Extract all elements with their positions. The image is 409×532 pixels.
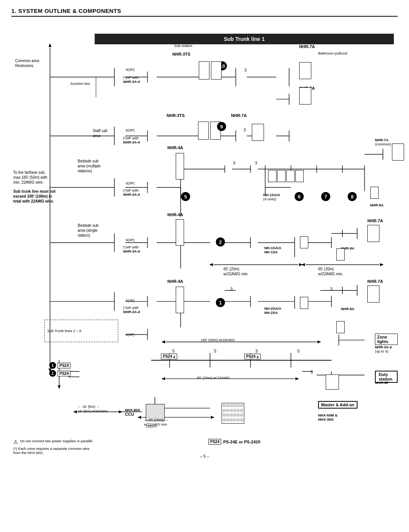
bedside-sub-multiple-label: Bedside subarea (multiplestations) xyxy=(78,159,101,173)
circle-5: 5 xyxy=(181,192,190,201)
ps24-box-2: PS24 ⏚ xyxy=(244,354,261,359)
svg-marker-100 xyxy=(161,377,165,380)
svg-marker-90 xyxy=(161,340,165,343)
num5-a: 5 xyxy=(172,349,175,353)
nh1sa-4units-label: NH-1SA/A (4 units) xyxy=(263,193,280,201)
nh1sa-device-3 xyxy=(286,170,295,182)
dist-65-main-label: 65' (20m) w/ 22AWG xyxy=(197,375,230,380)
6p3-row3: 6(3P) xyxy=(126,181,134,185)
nh1sa-single-label: NH-1SA/A NH-1SA xyxy=(264,246,281,254)
nh1sa-device-1 xyxy=(268,170,276,182)
nhx50m-device xyxy=(222,403,244,424)
nhr3ts-device-1 xyxy=(199,61,222,80)
circle-8: 8 xyxy=(348,192,357,201)
svg-marker-112 xyxy=(119,410,123,413)
svg-marker-91 xyxy=(317,340,321,343)
nhx50m-label: NHX-50M & NHX-30G xyxy=(318,413,337,421)
ps24-left-1: 1 PS24 xyxy=(49,362,70,369)
panel-unit-3 xyxy=(198,122,209,140)
6p3-row4: 6(3P) xyxy=(126,237,134,242)
nh1sa-device-2 xyxy=(277,170,286,182)
dist-165-label: 165' (50m) w/18AWG xyxy=(201,337,235,342)
circle-1: 1 xyxy=(216,298,225,307)
bathroom-pullcord-label: Bathroom pullcord xyxy=(318,51,347,55)
num3-row2: 3 xyxy=(244,128,246,132)
nhr7a-bottom-label: NHR-7A xyxy=(367,279,383,284)
nhx80x-label: NHX-80X CCU xyxy=(125,408,140,417)
num3-row3a: 3 xyxy=(233,161,235,165)
nhr4a-row2-label: NHR-4A xyxy=(167,145,183,150)
nhr4a-device-single xyxy=(176,219,184,246)
common-area-label: Common areaRestrooms xyxy=(15,58,39,68)
num5-d: 5 xyxy=(297,349,300,353)
diagram-svg xyxy=(11,22,398,507)
nhr3a4-zone-label: NHR-3A-4 (up to 4) xyxy=(375,345,392,353)
svg-marker-63 xyxy=(209,263,213,266)
circle-6: 6 xyxy=(295,192,304,201)
sub-trunk-banner: Sub Trunk line 1 xyxy=(95,34,394,44)
sub-trunk-note-label: Sub trunk line must notexceed 330' (100m… xyxy=(13,189,76,204)
nhr7a-device-2b xyxy=(252,124,264,141)
svg-marker-66 xyxy=(301,263,305,266)
page-title: 1. SYSTEM OUTLINE & COMPONENTS xyxy=(11,8,398,17)
nhr7a-single-label: NHR-7A xyxy=(367,218,383,223)
sub-station-label: Sub station xyxy=(174,43,192,48)
dist-65-1-label: 65' (20m)w/22AWG min. xyxy=(223,267,248,276)
dist-16ft-label: ← 16' (5m) → 16' (5m) w/18AWG xyxy=(78,404,108,413)
6p3-row5: 6(3P) xyxy=(126,298,134,303)
nhr7a-common-label: NHR-7A (common) xyxy=(375,138,391,146)
nhr7a-device-1 xyxy=(299,62,311,79)
num3-bottom-b: 3 xyxy=(330,287,333,291)
circle-2: 2 xyxy=(216,237,225,246)
nhr3ts-top-label: NHR-3TS xyxy=(172,52,190,56)
nhr4a-device-bottom xyxy=(176,287,184,313)
4p-nhr3a4-row2: (*)4P with NHR-3A-4 xyxy=(123,136,140,144)
staff-call-area-label: Staff callarea xyxy=(93,128,107,138)
circle-9: 9 xyxy=(217,122,226,131)
nhr7a-top-label: NHR-7A xyxy=(299,44,315,49)
nh1sa-device-4 xyxy=(295,170,304,182)
nh2sa-device xyxy=(300,297,308,309)
ps24-left-box-2: PS24 xyxy=(58,371,70,376)
nhr7a-row2b-label: NHR-7A xyxy=(231,113,247,118)
nhr8a-device-single xyxy=(336,248,345,261)
nhr3ts-row2-label: NHR-3TS xyxy=(167,113,185,118)
ps24-box-1: PS24 ⏚ xyxy=(161,354,177,359)
circle-7: 7 xyxy=(321,192,330,201)
nhr-sp-label: NHR-SP xyxy=(375,380,389,385)
num3-row1: 3 xyxy=(244,68,247,72)
svg-marker-115 xyxy=(211,416,215,419)
nhr8a-bottom-label: NHR-8A xyxy=(341,306,354,311)
nhr4a-bottom-label: NHR-4A xyxy=(167,279,183,284)
nh1sa-device-single xyxy=(300,236,308,248)
4p-nhr3a4-row3: (*)4P with NHR-3A-4 xyxy=(123,188,140,197)
nhr7a-device-single xyxy=(367,225,379,242)
to-farthest-label: To the farthest sub,max.165' (50m) withm… xyxy=(13,170,76,185)
diagram-area: Sub Trunk line 1 Sub station NHR-7A NHR-… xyxy=(11,22,398,507)
nhr4a-single-label: NHR-4A xyxy=(167,212,183,217)
nhr8a-device-bottom xyxy=(336,321,345,333)
nhr7a-device-bottom xyxy=(367,286,379,303)
dist-65-2-label: 65' (20m)w/22AWG min. xyxy=(318,267,343,276)
num3-bottom-a: 3 xyxy=(230,287,233,291)
svg-marker-111 xyxy=(73,410,77,413)
10-5p-label: 10(5P) xyxy=(146,424,157,428)
num5-c: 5 xyxy=(256,349,258,353)
6p3-row2: 6(3P) xyxy=(126,128,134,132)
ps24-legend-box: PS24 xyxy=(208,439,221,445)
master-addon-box: Master & Add-on xyxy=(318,401,357,409)
num5-e: 5 xyxy=(311,370,313,374)
num5-b: 5 xyxy=(214,349,216,353)
4p-nhr3a4-row4: (*)4P with NHR-3A-4 xyxy=(123,245,140,253)
4p-nhr3a4-row1: (*)4P with NHR-3A-4 xyxy=(123,75,140,84)
sub-trunk-lines-label: Sub Trunk lines 2 ~ 8 xyxy=(47,328,81,333)
nhr7a-device-common xyxy=(392,144,404,161)
bedside-sub-single-label: Bedside subarea (singlestation) xyxy=(78,223,98,238)
junction-box-label: Junction box xyxy=(70,81,90,86)
nhr7a-device-2 xyxy=(299,87,311,105)
ps24-full-label: PS24 PS-24E or PS-2420 xyxy=(208,439,260,445)
nhr-sp-device xyxy=(326,374,339,390)
svg-marker-67 xyxy=(380,263,384,266)
num3-row3b: 3 xyxy=(255,161,257,165)
6p3-bottom: 6(3P) xyxy=(126,332,134,337)
